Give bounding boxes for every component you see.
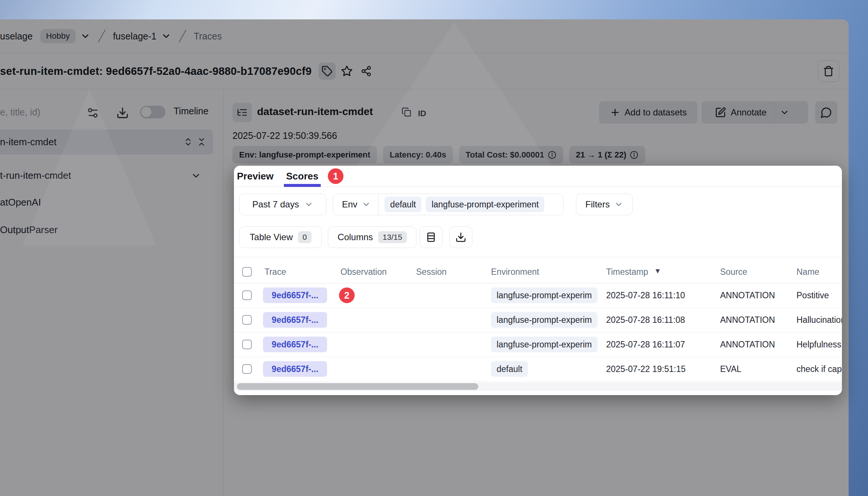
- env-chip-default[interactable]: default: [384, 197, 421, 212]
- source-cell: ANNOTATION: [720, 315, 775, 325]
- name-cell: check if capital: [796, 364, 842, 374]
- environment-chip: langfuse-prompt-experim: [491, 312, 598, 328]
- environment-chip: langfuse-prompt-experim: [491, 337, 598, 352]
- column-header-session[interactable]: Session: [416, 267, 447, 277]
- header-border: [234, 283, 842, 283]
- source-cell: ANNOTATION: [720, 340, 775, 350]
- column-header-observation[interactable]: Observation: [340, 267, 387, 277]
- env-filter-label: Env: [342, 199, 357, 210]
- row-border: [234, 332, 842, 333]
- sort-desc-icon[interactable]: ▼: [654, 267, 661, 275]
- timestamp-cell: 2025-07-28 16:11:07: [606, 340, 685, 350]
- trace-id-link[interactable]: 9ed6657f-...: [263, 312, 327, 328]
- rows-icon: [425, 232, 437, 243]
- filters-button[interactable]: Filters: [576, 194, 633, 215]
- column-header-source[interactable]: Source: [720, 267, 747, 277]
- environment-chip: default: [491, 361, 528, 377]
- trace-id-link[interactable]: 9ed6657f-...: [263, 337, 327, 352]
- source-cell: ANNOTATION: [720, 290, 775, 301]
- chevron-down-icon: [614, 200, 623, 209]
- row-height-button[interactable]: [419, 226, 443, 248]
- tab-bar: Preview Scores: [234, 166, 842, 187]
- row-checkbox[interactable]: [242, 290, 252, 300]
- column-header-name[interactable]: Name: [796, 267, 819, 277]
- env-chip-experiment[interactable]: langfuse-prompt-experiment: [426, 197, 544, 212]
- row-checkbox[interactable]: [242, 340, 252, 349]
- tour-step-badge-1: 1: [328, 168, 343, 184]
- export-button[interactable]: [449, 226, 472, 248]
- name-cell: Helpfulness: [796, 340, 841, 350]
- timestamp-cell: 2025-07-22 19:51:15: [606, 364, 686, 374]
- date-range-select[interactable]: Past 7 days: [239, 194, 326, 215]
- table-view-button[interactable]: Table View 0: [239, 226, 322, 248]
- column-header-timestamp[interactable]: Timestamp: [606, 267, 648, 277]
- row-checkbox[interactable]: [242, 315, 252, 325]
- scores-card: Preview Scores 1 Past 7 days Env default…: [234, 166, 842, 395]
- table-view-count: 0: [298, 231, 311, 243]
- timestamp-cell: 2025-07-28 16:11:10: [606, 290, 685, 301]
- environment-chip: langfuse-prompt-experim: [491, 287, 598, 303]
- chevron-down-icon: [304, 200, 313, 209]
- columns-button[interactable]: Columns 13/15: [328, 226, 416, 248]
- row-border: [234, 308, 842, 308]
- tab-scores[interactable]: Scores: [286, 166, 319, 187]
- columns-count: 13/15: [378, 231, 407, 243]
- scrollbar-thumb[interactable]: [237, 383, 478, 390]
- horizontal-scrollbar[interactable]: [234, 382, 842, 391]
- column-header-environment[interactable]: Environment: [491, 267, 539, 277]
- tab-preview[interactable]: Preview: [237, 166, 273, 187]
- name-cell: Hallucination: [796, 315, 842, 325]
- name-cell: Postitive: [796, 290, 829, 301]
- source-cell: EVAL: [720, 364, 741, 374]
- group-divider: [378, 194, 378, 215]
- select-all-checkbox[interactable]: [242, 267, 252, 277]
- download-icon: [455, 232, 466, 243]
- trace-id-link[interactable]: 9ed6657f-...: [263, 287, 327, 303]
- tour-step-badge-2: 2: [339, 287, 355, 303]
- timestamp-cell: 2025-07-28 16:11:08: [606, 315, 685, 325]
- chevron-down-icon: [362, 200, 371, 209]
- trace-id-link[interactable]: 9ed6657f-...: [263, 361, 327, 377]
- row-border: [234, 381, 842, 382]
- env-filter-group[interactable]: Env default langfuse-prompt-experiment: [333, 194, 564, 215]
- row-checkbox[interactable]: [242, 364, 252, 374]
- column-header-trace[interactable]: Trace: [264, 267, 286, 277]
- table-top-border: [234, 257, 842, 257]
- row-border: [234, 357, 842, 357]
